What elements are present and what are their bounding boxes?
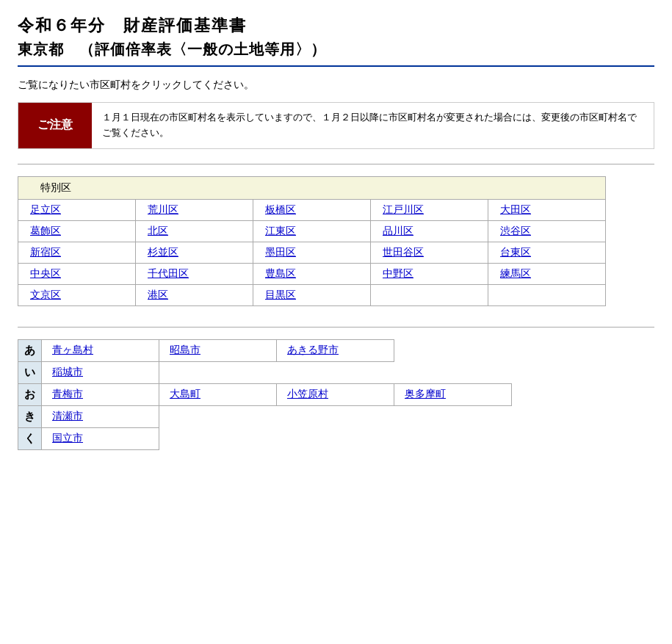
kana-label: い (18, 361, 42, 383)
ward-link[interactable]: 品川区 (383, 225, 413, 236)
ward-link[interactable]: 墨田区 (265, 246, 296, 258)
ward-cell[interactable]: 北区 (136, 220, 253, 242)
ward-cell[interactable]: 足立区 (18, 199, 136, 220)
ward-cell[interactable]: 杉並区 (136, 242, 253, 263)
city-row: き清瀬市 (18, 405, 512, 427)
ward-header-row: 特別区 (18, 176, 606, 199)
ward-cell[interactable]: 墨田区 (253, 242, 371, 263)
city-row: お青梅市大島町小笠原村奥多摩町 (18, 383, 512, 405)
ward-link[interactable]: 中央区 (30, 267, 61, 279)
ward-link[interactable]: 新宿区 (30, 246, 61, 258)
ward-link[interactable]: 目黒区 (265, 289, 296, 300)
city-cell[interactable]: 昭島市 (159, 339, 277, 361)
city-row: い稲城市 (18, 361, 512, 383)
city-cell[interactable]: 大島町 (159, 383, 277, 405)
city-link[interactable]: 奥多摩町 (405, 388, 446, 399)
city-cell[interactable]: 奥多摩町 (394, 383, 512, 405)
city-cell[interactable]: 清瀬市 (42, 405, 159, 427)
ward-cell[interactable]: 江東区 (253, 220, 371, 242)
notice-label: ご注意 (18, 103, 92, 148)
ward-cell[interactable]: 港区 (136, 284, 253, 305)
section-divider-2 (18, 327, 654, 328)
ward-cell (371, 284, 488, 305)
ward-cell[interactable]: 板橋区 (253, 199, 371, 220)
ward-link[interactable]: 江戸川区 (383, 203, 424, 215)
kana-label: あ (18, 339, 42, 361)
intro-text: ご覧になりたい市区町村をクリックしてください。 (18, 79, 654, 92)
city-link[interactable]: 青ヶ島村 (52, 344, 93, 355)
ward-link[interactable]: 大田区 (500, 203, 531, 215)
ward-link[interactable]: 渋谷区 (500, 225, 531, 236)
ward-cell[interactable]: 文京区 (18, 284, 136, 305)
ward-table: 特別区足立区荒川区板橋区江戸川区大田区葛飾区北区江東区品川区渋谷区新宿区杉並区墨… (18, 176, 606, 306)
city-link[interactable]: あきる野市 (287, 344, 339, 355)
kana-label: き (18, 405, 42, 427)
ward-cell[interactable]: 中野区 (371, 263, 488, 284)
ward-cell[interactable]: 新宿区 (18, 242, 136, 263)
city-cell[interactable]: あきる野市 (277, 339, 394, 361)
ward-cell[interactable]: 荒川区 (136, 199, 253, 220)
ward-link[interactable]: 台東区 (500, 246, 531, 258)
city-link[interactable]: 稲城市 (52, 366, 83, 377)
ward-cell[interactable]: 大田区 (488, 199, 606, 220)
city-cell[interactable]: 小笠原村 (277, 383, 394, 405)
ward-link[interactable]: 杉並区 (148, 246, 178, 258)
ward-link[interactable]: 葛飾区 (30, 225, 61, 236)
ward-row: 足立区荒川区板橋区江戸川区大田区 (18, 199, 606, 220)
ward-link[interactable]: 世田谷区 (383, 246, 424, 258)
ward-cell[interactable]: 千代田区 (136, 263, 253, 284)
ward-row: 中央区千代田区豊島区中野区練馬区 (18, 263, 606, 284)
ward-cell[interactable]: 豊島区 (253, 263, 371, 284)
ward-row: 文京区港区目黒区 (18, 284, 606, 305)
ward-cell[interactable]: 台東区 (488, 242, 606, 263)
city-row: く国立市 (18, 427, 512, 449)
ward-link[interactable]: 中野区 (383, 267, 413, 279)
ward-link[interactable]: 荒川区 (148, 203, 178, 215)
city-link[interactable]: 小笠原村 (287, 388, 328, 399)
city-link[interactable]: 昭島市 (170, 344, 200, 355)
notice-box: ご注意 １月１日現在の市区町村名を表示していますので、１月２日以降に市区町村名が… (18, 102, 654, 149)
ward-link[interactable]: 豊島区 (265, 267, 296, 279)
city-link[interactable]: 青梅市 (52, 388, 83, 399)
ward-row: 葛飾区北区江東区品川区渋谷区 (18, 220, 606, 242)
ward-link[interactable]: 文京区 (30, 289, 61, 300)
page-title-line1: 令和６年分 財産評価基準書 (18, 15, 654, 37)
ward-link[interactable]: 板橋区 (265, 203, 296, 215)
city-link[interactable]: 清瀬市 (52, 410, 83, 422)
ward-cell[interactable]: 江戸川区 (371, 199, 488, 220)
ward-cell[interactable]: 品川区 (371, 220, 488, 242)
kana-label: お (18, 383, 42, 405)
ward-link[interactable]: 江東区 (265, 225, 296, 236)
ward-cell[interactable]: 目黒区 (253, 284, 371, 305)
ward-link[interactable]: 千代田区 (148, 267, 189, 279)
city-cell[interactable]: 稲城市 (42, 361, 159, 383)
notice-text: １月１日現在の市区町村名を表示していますので、１月２日以降に市区町村名が変更され… (92, 103, 654, 148)
city-cell[interactable]: 国立市 (42, 427, 159, 449)
ward-cell (488, 284, 606, 305)
city-link[interactable]: 大島町 (170, 388, 200, 399)
ward-cell[interactable]: 世田谷区 (371, 242, 488, 263)
ward-cell[interactable]: 葛飾区 (18, 220, 136, 242)
ward-link[interactable]: 練馬区 (500, 267, 531, 279)
city-section: あ青ヶ島村昭島市あきる野市い稲城市お青梅市大島町小笠原村奥多摩町き清瀬市く国立市 (18, 339, 654, 450)
city-cell[interactable]: 青梅市 (42, 383, 159, 405)
section-divider (18, 164, 654, 164)
ward-link[interactable]: 港区 (148, 289, 168, 300)
special-wards-section: 特別区足立区荒川区板橋区江戸川区大田区葛飾区北区江東区品川区渋谷区新宿区杉並区墨… (18, 176, 654, 306)
ward-cell[interactable]: 中央区 (18, 263, 136, 284)
city-cell[interactable]: 青ヶ島村 (42, 339, 159, 361)
ward-link[interactable]: 北区 (148, 225, 168, 236)
ward-cell[interactable]: 練馬区 (488, 263, 606, 284)
kana-label: く (18, 427, 42, 449)
ward-link[interactable]: 足立区 (30, 203, 61, 215)
ward-cell[interactable]: 渋谷区 (488, 220, 606, 242)
city-link[interactable]: 国立市 (52, 432, 83, 444)
ward-row: 新宿区杉並区墨田区世田谷区台東区 (18, 242, 606, 263)
page-title-line2: 東京都 （評価倍率表〈一般の土地等用〉） (18, 40, 654, 67)
city-table: あ青ヶ島村昭島市あきる野市い稲城市お青梅市大島町小笠原村奥多摩町き清瀬市く国立市 (18, 339, 512, 450)
city-row: あ青ヶ島村昭島市あきる野市 (18, 339, 512, 361)
ward-header-cell: 特別区 (18, 176, 606, 199)
